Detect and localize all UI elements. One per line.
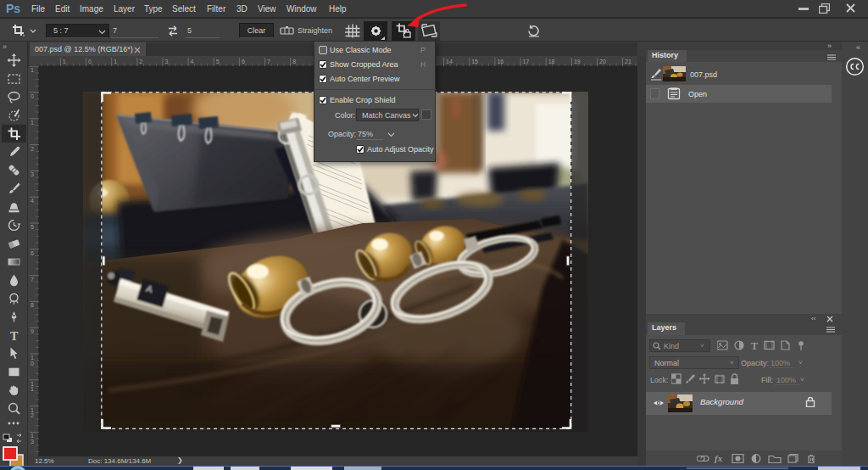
svg-text:18: 18 bbox=[548, 59, 555, 64]
svg-text:0: 0 bbox=[31, 361, 34, 366]
svg-text:3: 3 bbox=[164, 59, 168, 64]
svg-text:21: 21 bbox=[625, 59, 632, 64]
svg-text:19: 19 bbox=[574, 59, 581, 64]
svg-text:4: 4 bbox=[31, 198, 34, 204]
svg-text:9: 9 bbox=[31, 328, 34, 334]
svg-text:1: 1 bbox=[114, 59, 117, 64]
svg-text:0: 0 bbox=[31, 93, 34, 99]
svg-text:8: 8 bbox=[31, 302, 34, 308]
svg-text:2: 2 bbox=[31, 412, 34, 418]
svg-text:7: 7 bbox=[267, 59, 270, 64]
svg-text:20: 20 bbox=[599, 59, 606, 64]
svg-text:5: 5 bbox=[31, 224, 34, 230]
svg-text:7: 7 bbox=[31, 277, 34, 283]
svg-text:14: 14 bbox=[446, 59, 453, 64]
svg-text:2: 2 bbox=[139, 59, 142, 64]
svg-text:fx: fx bbox=[715, 454, 723, 463]
svg-text:»: » bbox=[3, 42, 7, 51]
svg-text:16: 16 bbox=[497, 59, 504, 64]
svg-text:17: 17 bbox=[523, 59, 530, 64]
svg-text:0: 0 bbox=[88, 59, 92, 64]
svg-text:3: 3 bbox=[31, 171, 34, 177]
svg-text:1: 1 bbox=[31, 67, 34, 73]
svg-text:1: 1 bbox=[31, 120, 34, 126]
svg-text:15: 15 bbox=[471, 59, 478, 64]
svg-text:1: 1 bbox=[63, 59, 66, 64]
svg-text:3: 3 bbox=[31, 439, 34, 445]
svg-text:6: 6 bbox=[31, 250, 34, 256]
svg-text:4: 4 bbox=[191, 59, 194, 64]
svg-text:T: T bbox=[751, 340, 758, 351]
svg-text:1: 1 bbox=[31, 386, 34, 392]
svg-text:T: T bbox=[10, 330, 19, 343]
svg-text:2: 2 bbox=[31, 146, 34, 152]
svg-text:5: 5 bbox=[216, 59, 220, 64]
svg-text:6: 6 bbox=[242, 59, 245, 64]
svg-text:8: 8 bbox=[292, 59, 296, 64]
